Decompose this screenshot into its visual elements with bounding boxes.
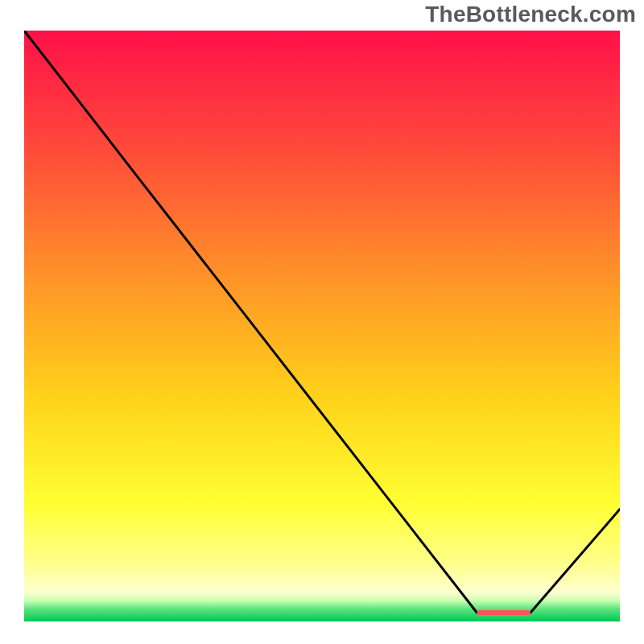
plot-area xyxy=(24,31,620,621)
watermark-text: TheBottleneck.com xyxy=(425,2,636,27)
chart-svg xyxy=(24,31,620,621)
chart-stage: TheBottleneck.com xyxy=(0,0,644,644)
chart-background xyxy=(24,31,620,621)
marker-segment xyxy=(477,610,530,615)
